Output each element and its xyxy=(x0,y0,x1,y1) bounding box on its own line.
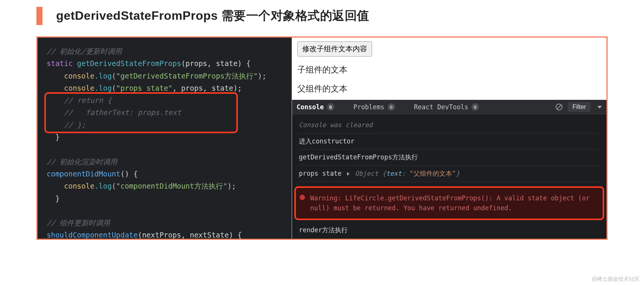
child-text: 子组件的文本 xyxy=(297,64,601,76)
modify-child-text-button[interactable]: 修改子组件文本内容 xyxy=(297,41,372,57)
console-warning: Warning: LifeCircle.getDerivedStateFromP… xyxy=(294,186,604,220)
heading-text: getDerivedStateFromProps 需要一个对象格式的返回值 xyxy=(56,8,369,24)
clear-console-icon[interactable] xyxy=(556,104,562,110)
heading-accent-bar xyxy=(36,7,42,25)
filter-button[interactable]: Filter xyxy=(568,102,591,112)
tab-console[interactable]: Console 0 xyxy=(297,103,335,111)
react-count-badge: 0 xyxy=(471,103,479,111)
browser-devtools-pane: 修改子组件文本内容 子组件的文本 父组件的文本 Console 0 Proble… xyxy=(292,38,606,239)
page-heading: getDerivedStateFromProps 需要一个对象格式的返回值 xyxy=(36,7,644,25)
console-output[interactable]: Console was cleared 进入constructor getDer… xyxy=(292,114,606,185)
console-count-badge: 0 xyxy=(327,103,335,111)
expand-arrow-icon[interactable] xyxy=(347,172,350,176)
content-panel: // 初始化/更新时调用 static getDerivedStateFromP… xyxy=(36,36,608,240)
devtools-tabbar: Console 0 Problems 0 React DevTools 0 Fi… xyxy=(292,100,606,114)
console-log-line: props state Object {text: "父组件的文本"} xyxy=(299,166,600,182)
parent-text: 父组件的文本 xyxy=(297,83,601,94)
chevron-down-icon[interactable] xyxy=(597,106,602,109)
watermark: @稀土掘金技术社区 xyxy=(592,276,639,283)
console-log-line: 进入constructor xyxy=(299,134,600,150)
tab-react-devtools[interactable]: React DevTools 0 xyxy=(414,103,479,111)
devtools-panel: Console 0 Problems 0 React DevTools 0 Fi… xyxy=(292,100,606,240)
console-log-line: getDerivedStateFromProps方法执行 xyxy=(299,150,600,166)
error-dot-icon xyxy=(300,195,305,200)
tab-problems[interactable]: Problems 0 xyxy=(353,103,395,111)
problems-count-badge: 0 xyxy=(388,103,395,111)
console-cleared-line: Console was cleared xyxy=(299,117,600,134)
app-preview: 修改子组件文本内容 子组件的文本 父组件的文本 xyxy=(292,38,606,100)
console-log-line: render方法执行 xyxy=(299,222,600,238)
code-editor[interactable]: // 初始化/更新时调用 static getDerivedStateFromP… xyxy=(38,38,292,239)
